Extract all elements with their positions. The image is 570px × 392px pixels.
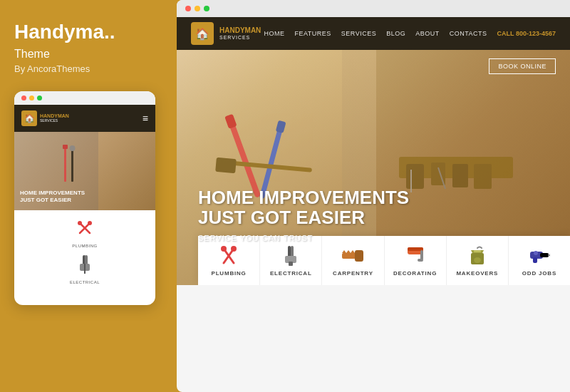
svg-rect-39 xyxy=(408,247,423,251)
chrome-dot-red xyxy=(185,6,191,11)
service-odd-jobs[interactable]: ODD JOBS xyxy=(509,236,570,285)
svg-point-44 xyxy=(474,257,481,263)
svg-marker-37 xyxy=(351,250,355,253)
desktop-logo: 🏠 HANDYMAN SERVICES xyxy=(191,22,261,45)
mobile-nav: 🏠 HANDYMAN SERVICES ≡ xyxy=(14,105,155,132)
svg-point-49 xyxy=(534,251,538,255)
nav-contacts[interactable]: CONTACTS xyxy=(450,30,487,37)
plumbing-service-icon xyxy=(219,246,239,266)
service-plumbing[interactable]: PLUMBING xyxy=(198,236,260,285)
svg-rect-47 xyxy=(548,254,550,256)
theme-author: By AncoraThemes xyxy=(14,63,162,74)
chrome-dot-yellow xyxy=(195,6,200,11)
desktop-hero: HOME IMPROVEMENTS JUST GOT EASIER SERVIC… xyxy=(177,50,570,285)
electrical-icon-mobile xyxy=(74,254,95,279)
svg-rect-22 xyxy=(276,120,286,133)
nav-blog[interactable]: BLOG xyxy=(386,30,405,37)
service-carpentry[interactable]: CARPENTRY xyxy=(322,236,384,285)
desktop-mockup: 🏠 HANDYMAN SERVICES HOME FEATURES SERVIC… xyxy=(177,0,570,392)
carpentry-label: CARPENTRY xyxy=(333,270,373,277)
book-online-button[interactable]: BOOK ONLINE xyxy=(489,58,556,74)
mobile-mockup: 🏠 HANDYMAN SERVICES ≡ xyxy=(14,91,155,305)
svg-rect-9 xyxy=(85,255,88,265)
svg-point-3 xyxy=(70,145,76,151)
svg-rect-32 xyxy=(289,262,293,266)
svg-marker-35 xyxy=(342,250,346,253)
makeovers-label: MAKEOVERS xyxy=(456,270,498,277)
nav-home[interactable]: HOME xyxy=(264,30,285,37)
svg-rect-24 xyxy=(215,158,237,173)
svg-rect-1 xyxy=(63,145,68,149)
left-panel: Handyma.. Theme By AncoraThemes 🏠 HANDYM… xyxy=(0,0,177,392)
service-decorating[interactable]: DECORATING xyxy=(385,236,447,285)
svg-point-27 xyxy=(221,246,227,252)
svg-rect-15 xyxy=(452,164,468,187)
svg-rect-40 xyxy=(420,250,423,260)
desktop-chrome-bar xyxy=(177,0,570,17)
svg-rect-48 xyxy=(533,257,537,263)
svg-marker-36 xyxy=(346,250,351,253)
nav-services[interactable]: SERVICES xyxy=(341,30,376,37)
svg-rect-46 xyxy=(540,253,549,257)
desktop-logo-text: HANDYMAN SERVICES xyxy=(219,26,261,41)
svg-rect-29 xyxy=(288,246,291,257)
desktop-nav: 🏠 HANDYMAN SERVICES HOME FEATURES SERVIC… xyxy=(177,17,570,50)
plumbing-icon xyxy=(74,217,95,242)
mobile-logo: 🏠 HANDYMAN SERVICES xyxy=(21,110,69,126)
mobile-logo-text: HANDYMAN SERVICES xyxy=(40,113,69,123)
nav-call-label: CALL 800-123-4567 xyxy=(497,30,556,37)
nav-features[interactable]: FEATURES xyxy=(295,30,331,37)
chrome-dot-green xyxy=(204,6,209,11)
hero-subtitle: SERVICE YOU CAN TRUST xyxy=(198,234,409,242)
electrical-label: ELECTRICAL xyxy=(270,270,312,277)
svg-rect-16 xyxy=(474,164,492,189)
carpentry-service-icon xyxy=(341,246,365,266)
svg-point-7 xyxy=(88,221,92,225)
mobile-service-electrical: ELECTRICAL xyxy=(21,254,148,284)
decorating-label: DECORATING xyxy=(393,270,437,277)
mobile-chrome-bar xyxy=(14,91,155,105)
mobile-hero-tools xyxy=(36,132,155,196)
mobile-hero: HOME IMPROVEMENTS JUST GOT EASIER xyxy=(14,132,155,210)
svg-rect-43 xyxy=(474,250,481,252)
mobile-dot-yellow xyxy=(29,96,34,100)
svg-rect-19 xyxy=(227,115,261,197)
mobile-hamburger-icon[interactable]: ≡ xyxy=(142,113,148,124)
desktop-nav-links: HOME FEATURES SERVICES BLOG ABOUT CONTAC… xyxy=(264,30,556,37)
svg-rect-0 xyxy=(64,146,66,182)
electrical-service-icon xyxy=(281,246,301,266)
svg-rect-30 xyxy=(291,246,294,257)
mobile-logo-icon: 🏠 xyxy=(21,110,37,126)
mobile-dot-red xyxy=(21,96,26,100)
svg-point-6 xyxy=(78,221,82,225)
service-electrical[interactable]: ELECTRICAL xyxy=(260,236,322,285)
nav-about[interactable]: ABOUT xyxy=(415,30,440,37)
odd-jobs-label: ODD JOBS xyxy=(522,270,556,277)
service-makeovers[interactable]: MAKEOVERS xyxy=(447,236,509,285)
mobile-services-list: PLUMBING ELECTRICAL xyxy=(14,210,155,297)
mobile-service-plumbing: PLUMBING xyxy=(21,217,148,248)
desktop-logo-icon: 🏠 xyxy=(191,22,214,45)
svg-rect-41 xyxy=(418,259,423,262)
svg-rect-2 xyxy=(71,150,73,182)
hero-content: HOME IMPROVEMENTS JUST GOT EASIER SERVIC… xyxy=(198,187,409,242)
svg-rect-34 xyxy=(355,250,363,262)
decorating-service-icon xyxy=(405,246,426,266)
odd-jobs-service-icon xyxy=(529,246,550,266)
mobile-dot-green xyxy=(37,96,42,100)
plumbing-label: PLUMBING xyxy=(212,270,247,277)
theme-subtitle: Theme xyxy=(14,48,162,61)
makeovers-service-icon xyxy=(467,246,488,266)
svg-rect-13 xyxy=(406,164,424,189)
hero-title: HOME IMPROVEMENTS JUST GOT EASIER xyxy=(198,187,409,228)
theme-title: Handyma.. xyxy=(14,21,162,43)
services-bar: PLUMBING ELECTRICAL xyxy=(198,236,570,285)
svg-point-28 xyxy=(231,246,237,252)
